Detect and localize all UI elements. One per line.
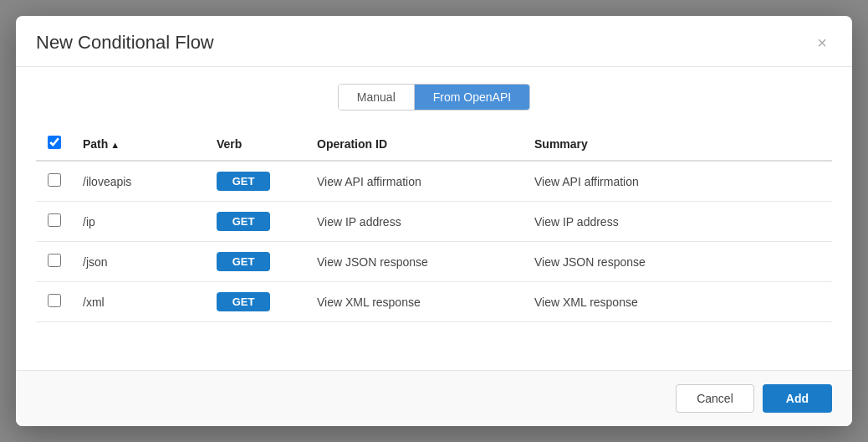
row-path: /xml xyxy=(73,282,207,322)
row-path: /ip xyxy=(73,202,207,242)
tab-manual[interactable]: Manual xyxy=(339,85,415,110)
row-checkbox-cell[interactable] xyxy=(36,161,73,202)
close-button[interactable]: × xyxy=(812,31,832,54)
table-row: /ip GET View IP address View IP address xyxy=(36,202,832,242)
row-operation-id: View IP address xyxy=(307,202,524,242)
tab-row: Manual From OpenAPI xyxy=(36,84,832,110)
row-checkbox[interactable] xyxy=(48,173,61,187)
row-verb: GET xyxy=(207,242,307,282)
row-operation-id: View API affirmation xyxy=(307,161,524,202)
verb-badge: GET xyxy=(217,252,270,271)
header-verb: Verb xyxy=(207,127,307,161)
header-path: Path▲ xyxy=(73,127,207,161)
sort-arrow-icon: ▲ xyxy=(110,140,120,150)
row-verb: GET xyxy=(207,161,307,202)
row-operation-id: View JSON response xyxy=(307,242,524,282)
add-button[interactable]: Add xyxy=(763,384,832,413)
row-checkbox-cell[interactable] xyxy=(36,242,73,282)
dialog-footer: Cancel Add xyxy=(16,370,852,426)
new-conditional-flow-dialog: New Conditional Flow × Manual From OpenA… xyxy=(16,16,852,426)
table-row: /xml GET View XML response View XML resp… xyxy=(36,282,832,322)
row-checkbox[interactable] xyxy=(48,294,61,307)
table-row: /json GET View JSON response View JSON r… xyxy=(36,242,832,282)
row-summary: View JSON response xyxy=(524,242,832,282)
header-operation-id: Operation ID xyxy=(307,127,524,161)
row-checkbox[interactable] xyxy=(48,213,61,227)
row-operation-id: View XML response xyxy=(307,282,524,322)
row-verb: GET xyxy=(207,282,307,322)
table-header-row: Path▲ Verb Operation ID Summary xyxy=(36,127,832,161)
dialog-title: New Conditional Flow xyxy=(36,32,214,54)
operations-table: Path▲ Verb Operation ID Summary /iloveap… xyxy=(36,127,832,322)
verb-badge: GET xyxy=(217,172,270,191)
table-wrapper: Path▲ Verb Operation ID Summary /iloveap… xyxy=(36,127,832,370)
row-summary: View XML response xyxy=(524,282,832,322)
select-all-checkbox[interactable] xyxy=(48,136,61,149)
header-checkbox-cell[interactable] xyxy=(36,127,73,161)
dialog-header: New Conditional Flow × xyxy=(16,16,852,67)
header-summary: Summary xyxy=(524,127,832,161)
row-path: /iloveapis xyxy=(73,161,207,202)
row-checkbox-cell[interactable] xyxy=(36,202,73,242)
verb-badge: GET xyxy=(217,212,270,231)
table-row: /iloveapis GET View API affirmation View… xyxy=(36,161,832,202)
row-path: /json xyxy=(73,242,207,282)
dialog-body: Manual From OpenAPI Path▲ Verb Operat xyxy=(16,67,852,370)
row-summary: View API affirmation xyxy=(524,161,832,202)
verb-badge: GET xyxy=(217,292,270,311)
tab-group: Manual From OpenAPI xyxy=(338,84,530,110)
row-checkbox-cell[interactable] xyxy=(36,282,73,322)
row-verb: GET xyxy=(207,202,307,242)
tab-openapi[interactable]: From OpenAPI xyxy=(415,85,529,110)
row-checkbox[interactable] xyxy=(48,254,61,267)
table-body: /iloveapis GET View API affirmation View… xyxy=(36,161,832,322)
row-summary: View IP address xyxy=(524,202,832,242)
cancel-button[interactable]: Cancel xyxy=(676,384,754,413)
